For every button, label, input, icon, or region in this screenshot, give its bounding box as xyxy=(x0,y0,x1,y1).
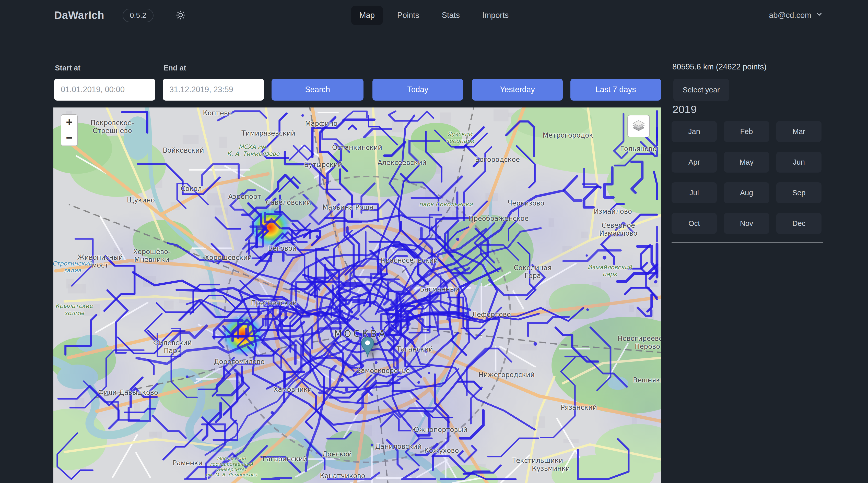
end-at-input[interactable] xyxy=(163,78,264,101)
navbar: DaWarIch 0.5.2 Map Points Stats Imports … xyxy=(0,0,868,31)
tab-points[interactable]: Points xyxy=(389,6,427,25)
select-year-button[interactable]: Select year xyxy=(673,78,729,101)
zoom-in-button[interactable]: + xyxy=(61,115,77,130)
month-button-sep[interactable]: Sep xyxy=(776,182,822,203)
search-button[interactable]: Search xyxy=(272,78,364,101)
user-menu[interactable]: ab@cd.com xyxy=(769,10,823,20)
map-zoom-control: + − xyxy=(61,115,78,146)
end-at-label: End at xyxy=(163,64,186,72)
map-marker-pin[interactable] xyxy=(360,336,375,358)
tab-stats[interactable]: Stats xyxy=(433,6,468,25)
month-button-dec[interactable]: Dec xyxy=(776,213,822,234)
month-grid: Jan Feb Mar Apr May Jun Jul Aug Sep Oct … xyxy=(672,121,822,234)
month-button-jun[interactable]: Jun xyxy=(776,152,822,172)
app-logo[interactable]: DaWarIch xyxy=(54,9,104,22)
user-email: ab@cd.com xyxy=(769,11,811,20)
version-badge: 0.5.2 xyxy=(123,9,154,22)
zoom-out-button[interactable]: − xyxy=(61,130,77,146)
last-7-days-button[interactable]: Last 7 days xyxy=(570,78,661,101)
tab-imports[interactable]: Imports xyxy=(474,6,517,25)
main-tabs: Map Points Stats Imports xyxy=(351,6,517,25)
layers-control-button[interactable] xyxy=(627,115,650,137)
month-button-nov[interactable]: Nov xyxy=(724,213,769,234)
month-button-feb[interactable]: Feb xyxy=(724,121,769,142)
month-button-jan[interactable]: Jan xyxy=(672,121,717,142)
layers-icon xyxy=(631,119,646,134)
map-canvas xyxy=(53,107,661,483)
month-button-mar[interactable]: Mar xyxy=(776,121,822,142)
month-button-apr[interactable]: Apr xyxy=(672,152,717,172)
today-button[interactable]: Today xyxy=(372,78,463,101)
yesterday-button[interactable]: Yesterday xyxy=(472,78,563,101)
chevron-down-icon xyxy=(815,10,823,20)
start-at-label: Start at xyxy=(55,64,81,72)
tab-map[interactable]: Map xyxy=(351,6,383,25)
distance-summary: 80595.6 km (24622 points) xyxy=(672,62,767,71)
sun-icon xyxy=(176,10,186,21)
month-button-aug[interactable]: Aug xyxy=(724,182,769,203)
month-button-oct[interactable]: Oct xyxy=(672,213,717,234)
year-heading: 2019 xyxy=(672,103,697,116)
map[interactable]: КоптевоПокровское- СтрешневоТимирязевски… xyxy=(53,107,661,483)
brand[interactable]: DaWarIch 0.5.2 xyxy=(54,0,187,31)
theme-toggle-button[interactable] xyxy=(174,10,187,21)
sidebar-divider xyxy=(672,243,823,243)
month-button-jul[interactable]: Jul xyxy=(672,182,717,203)
start-at-input[interactable] xyxy=(54,78,155,101)
month-button-may[interactable]: May xyxy=(724,152,769,172)
